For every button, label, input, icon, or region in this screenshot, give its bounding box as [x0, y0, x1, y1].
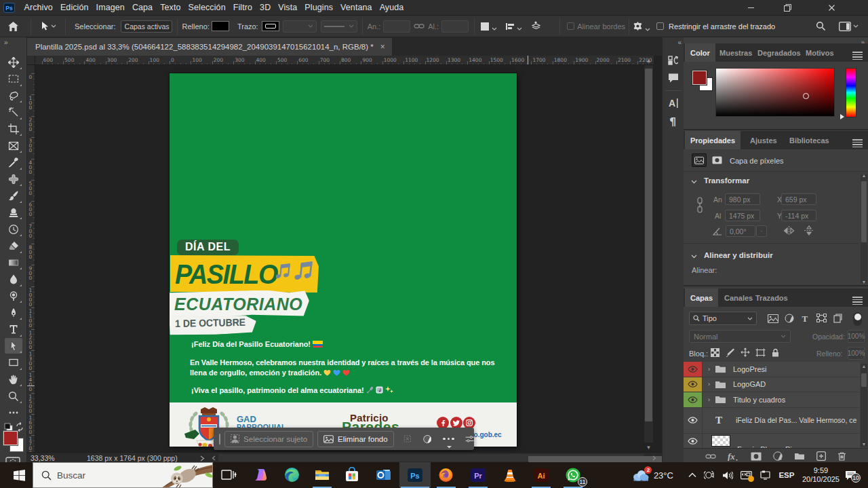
- stroke-swatch[interactable]: [262, 21, 279, 31]
- layer-filter-dropdown[interactable]: Tipo: [689, 312, 757, 325]
- taskbar-app-outlook[interactable]: [368, 462, 399, 488]
- path-operations-button[interactable]: [480, 22, 497, 31]
- color-panel-menu-icon[interactable]: [852, 50, 863, 61]
- ctxbar-drag-handle[interactable]: [219, 434, 220, 445]
- tab-muestras[interactable]: Muestras: [714, 43, 757, 62]
- workspace-button[interactable]: [839, 22, 859, 31]
- zoom-level[interactable]: 33,33%: [31, 454, 55, 462]
- fill-swatch[interactable]: [212, 21, 229, 31]
- mask-filter-icon[interactable]: [709, 153, 724, 167]
- remove-background-button[interactable]: Eliminar fondo: [317, 431, 394, 447]
- constrain-path-checkbox[interactable]: [656, 22, 664, 30]
- hue-strip[interactable]: [846, 68, 856, 117]
- menu-edicin[interactable]: Edición: [56, 0, 92, 15]
- filter-smart-object-icon[interactable]: [833, 314, 842, 323]
- status-expand-icon[interactable]: [200, 455, 205, 462]
- blur-tool[interactable]: [5, 271, 22, 287]
- zoom-tool[interactable]: [5, 388, 22, 404]
- layer-styles-icon[interactable]: fx: [728, 452, 739, 461]
- taskbar-app-store[interactable]: [336, 462, 368, 488]
- vertical-scroll-thumb[interactable]: [645, 69, 652, 421]
- menu-archivo[interactable]: Archivo: [20, 0, 56, 15]
- foreground-color-swatch[interactable]: [3, 431, 18, 445]
- new-layer-icon[interactable]: [816, 451, 826, 461]
- more-tool[interactable]: [5, 405, 22, 421]
- comments-panel-icon[interactable]: [667, 73, 679, 85]
- scroll-down-icon[interactable]: ▼: [644, 445, 653, 451]
- frame-tool[interactable]: [5, 138, 22, 153]
- taskbar-app-copilot[interactable]: [245, 462, 276, 488]
- path-align-button[interactable]: [505, 22, 522, 31]
- lock-all-icon[interactable]: [772, 348, 779, 357]
- flip-vertical-icon[interactable]: [804, 225, 814, 236]
- layer-row-ifeliz-d-a-del-pas-valle[interactable]: TiFeliz Día del Pas... Valle Hermoso, ce: [684, 408, 860, 434]
- pixel-layer-filter-icon[interactable]: [692, 153, 707, 167]
- properties-panel-menu-icon[interactable]: [852, 138, 863, 149]
- tab-ajustes[interactable]: Ajustes: [745, 131, 783, 149]
- taskbar-app-file-explorer[interactable]: [307, 462, 338, 488]
- taskbar-app-illustrator[interactable]: Ai: [526, 462, 557, 488]
- history-panel-icon[interactable]: [667, 55, 679, 67]
- search-button[interactable]: [816, 21, 826, 31]
- hscroll-right-icon[interactable]: [652, 455, 656, 461]
- group-expand-chevron[interactable]: ›: [708, 366, 710, 373]
- close-button[interactable]: [816, 0, 847, 15]
- menu-ventana[interactable]: Ventana: [337, 0, 376, 15]
- layer-visibility-eye[interactable]: [684, 392, 703, 407]
- layer-visibility-eye[interactable]: [684, 362, 703, 377]
- lasso-tool[interactable]: [5, 88, 22, 103]
- taskbar-app-whatsapp[interactable]: 11: [557, 462, 589, 488]
- link-dimensions-icon[interactable]: [414, 23, 425, 29]
- delete-layer-icon[interactable]: [837, 451, 846, 461]
- dodge-tool[interactable]: [5, 288, 22, 303]
- toolbar-collapse-icon[interactable]: »: [4, 39, 7, 46]
- pen-tool[interactable]: [5, 305, 22, 320]
- taskbar-search-box[interactable]: Buscar: [33, 462, 213, 488]
- properties-sliders-icon[interactable]: [465, 434, 474, 445]
- healing-tool[interactable]: [5, 171, 22, 187]
- hand-tool[interactable]: [5, 371, 22, 387]
- lock-artboard-icon[interactable]: [755, 348, 766, 357]
- tab-motivos[interactable]: Motivos: [800, 43, 840, 62]
- filter-adjustment-icon[interactable]: [785, 314, 794, 323]
- tab-bibliotecas[interactable]: Bibliotecas: [784, 131, 835, 149]
- paragraph-panel-icon[interactable]: ¶: [667, 115, 679, 128]
- menu-imagen[interactable]: Imagen: [92, 0, 128, 15]
- weather-temp[interactable]: 23°C: [654, 470, 673, 481]
- history-brush-tool[interactable]: [5, 221, 22, 237]
- minimize-button[interactable]: [736, 0, 766, 15]
- crop-tool[interactable]: [5, 121, 22, 136]
- add-adjustment-icon[interactable]: [773, 451, 783, 461]
- eraser-tool[interactable]: [5, 238, 22, 254]
- group-expand-chevron[interactable]: ›: [708, 396, 710, 403]
- tab-close-icon[interactable]: ×: [380, 42, 385, 52]
- meet-now-icon[interactable]: [704, 470, 715, 480]
- filter-type-icon[interactable]: T: [801, 314, 810, 322]
- hscroll-left-icon[interactable]: [212, 455, 216, 461]
- move-tool[interactable]: [5, 54, 22, 70]
- restore-button[interactable]: [772, 0, 803, 15]
- taskbar-app-premiere[interactable]: Pr: [462, 462, 494, 488]
- path-select-tool[interactable]: [5, 338, 22, 354]
- home-button[interactable]: [0, 21, 26, 32]
- filter-toggle[interactable]: [853, 312, 862, 326]
- lock-pixels-icon[interactable]: [726, 348, 734, 357]
- menu-seleccin[interactable]: Selección: [184, 0, 229, 15]
- shape-tool[interactable]: [5, 355, 22, 371]
- taskbar-app-firefox[interactable]: [431, 462, 462, 488]
- eyedropper-tool[interactable]: [5, 155, 22, 170]
- transform-collapse-icon[interactable]: [691, 180, 697, 184]
- layer-visibility-eye[interactable]: [684, 408, 703, 433]
- document-tab[interactable]: Plantilla 2025.psd al 33,3% (504664122_5…: [27, 38, 392, 56]
- adjustments-icon[interactable]: [423, 433, 432, 445]
- taskbar-app-vlc[interactable]: [494, 462, 526, 488]
- layer-visibility-eye[interactable]: [684, 434, 703, 449]
- lock-position-icon[interactable]: [741, 348, 750, 357]
- layer-row-franja-blanca-pie[interactable]: Franja Blanca Pie: [684, 434, 860, 449]
- menu-3d[interactable]: 3D: [256, 0, 275, 15]
- menu-filtro[interactable]: Filtro: [229, 0, 256, 15]
- flip-horizontal-icon[interactable]: [783, 226, 795, 236]
- character-panel-icon[interactable]: A: [667, 97, 679, 109]
- group-expand-chevron[interactable]: ›: [708, 381, 710, 388]
- dock-collapse-icon[interactable]: «: [677, 39, 681, 46]
